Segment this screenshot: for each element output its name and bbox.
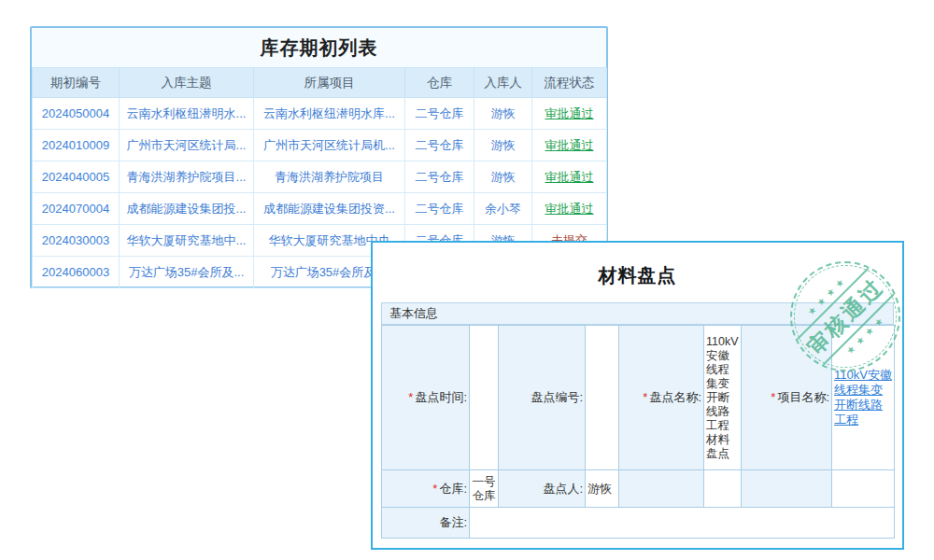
col-header-opening-no: 期初编号: [33, 68, 120, 98]
table-row: 2024050004 云南水利枢纽潜明水... 云南水利枢纽潜明水库... 二号…: [33, 98, 607, 130]
warehouse-value: 一号仓库: [470, 470, 499, 508]
subject-cell: 青海洪湖养护院项目...: [120, 161, 254, 193]
subject-cell: 万达广场35#会所及...: [120, 257, 254, 288]
project-name-link[interactable]: 110kV安徽线程集变开断线路工程: [834, 368, 892, 427]
project-cell: 青海洪湖养护院项目: [254, 161, 405, 193]
subject-cell: 华软大厦研究基地中...: [120, 225, 254, 257]
opening-no-cell[interactable]: 2024040005: [33, 161, 120, 193]
checker-label: 盘点人:: [499, 470, 586, 508]
inventory-table-header-row: 期初编号 入库主题 所属项目 仓库 入库人 流程状态: [33, 68, 607, 98]
col-header-project: 所属项目: [254, 68, 405, 98]
empty-value-cell: [832, 470, 895, 508]
col-header-person: 入库人: [474, 68, 532, 98]
form-row-2: *仓库: 一号仓库 盘点人: 游恢: [382, 470, 895, 508]
col-header-warehouse: 仓库: [405, 68, 474, 98]
col-header-status: 流程状态: [532, 68, 607, 98]
form-row-3: 备注:: [382, 508, 895, 539]
opening-no-cell[interactable]: 2024050004: [33, 98, 120, 130]
required-marker: *: [408, 390, 413, 404]
table-row: 2024040005 青海洪湖养护院项目... 青海洪湖养护院项目 二号仓库 游…: [33, 161, 607, 193]
check-name-label: *盘点名称:: [619, 326, 704, 470]
opening-no-cell[interactable]: 2024070004: [33, 193, 120, 225]
status-link[interactable]: 审批通过: [532, 193, 607, 225]
empty-value-cell: [704, 470, 742, 508]
required-marker: *: [643, 390, 647, 404]
table-row: 2024010009 广州市天河区统计局... 广州市天河区统计局机... 二号…: [33, 130, 607, 161]
opening-no-cell[interactable]: 2024060003: [33, 257, 120, 288]
person-cell: 余小琴: [474, 193, 532, 225]
approval-stamp-icon: ★★★★ 审核通过 ★★★★: [790, 261, 900, 371]
warehouse-cell: 二号仓库: [405, 130, 474, 161]
subject-cell: 成都能源建设集团投...: [120, 193, 254, 225]
person-cell: 游恢: [474, 130, 532, 161]
warehouse-cell: 二号仓库: [405, 161, 474, 193]
warehouse-cell: 二号仓库: [405, 98, 474, 130]
warehouse-cell: 二号仓库: [405, 193, 474, 225]
check-no-value-field[interactable]: [586, 326, 619, 470]
table-row: 2024070004 成都能源建设集团投... 成都能源建设集团投资... 二号…: [33, 193, 607, 225]
remark-label: 备注:: [382, 508, 470, 539]
checker-value: 游恢: [586, 470, 619, 508]
opening-no-cell[interactable]: 2024010009: [33, 130, 120, 161]
check-time-value-field[interactable]: [470, 326, 499, 470]
empty-label-cell: [619, 470, 704, 508]
status-link[interactable]: 审批通过: [532, 161, 607, 193]
subject-cell: 云南水利枢纽潜明水...: [120, 98, 254, 130]
project-cell: 云南水利枢纽潜明水库...: [254, 98, 405, 130]
subject-cell: 广州市天河区统计局...: [120, 130, 254, 161]
check-name-value: 110kV安徽线程集变开断线路工程材料盘点: [704, 326, 742, 470]
required-marker: *: [432, 482, 437, 496]
check-time-label: *盘点时间:: [382, 326, 470, 470]
col-header-subject: 入库主题: [120, 68, 254, 98]
status-link[interactable]: 审批通过: [532, 130, 607, 161]
person-cell: 游恢: [474, 98, 532, 130]
project-cell: 广州市天河区统计局机...: [254, 130, 405, 161]
project-cell: 成都能源建设集团投资...: [254, 193, 405, 225]
material-check-window: 材料盘点 基本信息 *盘点时间: 盘点编号: *盘点名称: 110kV安徽线程集…: [371, 241, 904, 550]
check-no-label: 盘点编号:: [499, 326, 586, 470]
person-cell: 游恢: [474, 161, 532, 193]
warehouse-label: *仓库:: [382, 470, 470, 508]
empty-label-cell: [742, 470, 832, 508]
remark-value-field[interactable]: [470, 508, 895, 539]
inventory-list-title: 库存期初列表: [32, 28, 606, 67]
required-marker: *: [771, 390, 775, 404]
status-link[interactable]: 审批通过: [532, 98, 607, 130]
opening-no-cell[interactable]: 2024030003: [33, 225, 120, 257]
